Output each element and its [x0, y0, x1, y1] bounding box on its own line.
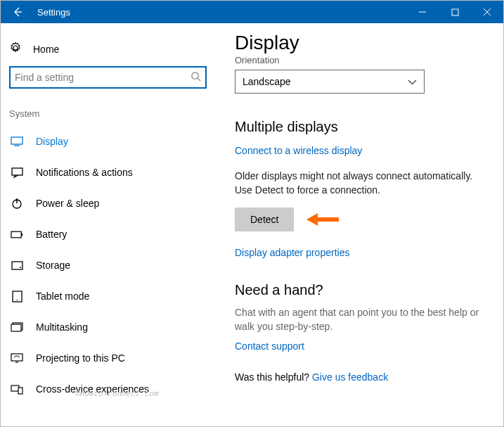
svg-rect-12: [11, 324, 21, 331]
minimize-icon: [418, 8, 427, 16]
orientation-value: Landscape: [243, 76, 291, 87]
detect-description: Older displays might not always connect …: [235, 169, 484, 198]
sidebar-item-label: Tablet mode: [36, 291, 89, 302]
group-label-system: System: [6, 108, 209, 126]
sidebar-item-label: Power & sleep: [36, 198, 99, 209]
gear-icon: [9, 42, 22, 56]
sidebar-item-tablet[interactable]: Tablet mode: [6, 281, 209, 312]
sidebar: Home System Display Notifications & acti…: [1, 23, 215, 426]
adapter-properties-link[interactable]: Display adapter properties: [235, 247, 484, 258]
projecting-icon: [11, 353, 23, 364]
assist-text: Chat with an agent that can point you to…: [235, 305, 484, 334]
sidebar-item-label: Display: [36, 136, 68, 147]
svg-point-8: [20, 267, 21, 268]
multiple-displays-heading: Multiple displays: [235, 119, 484, 135]
battery-icon: [11, 231, 23, 238]
svg-rect-6: [21, 233, 22, 236]
svg-rect-7: [12, 262, 22, 269]
sidebar-item-power[interactable]: Power & sleep: [6, 188, 209, 219]
feedback-prompt: Was this helpful?: [235, 371, 312, 383]
main-content: Display Orientation Landscape Multiple d…: [215, 23, 503, 426]
feedback-link[interactable]: Give us feedback: [312, 371, 388, 383]
svg-rect-15: [18, 388, 22, 394]
sidebar-item-label: Projecting to this PC: [36, 352, 125, 364]
sidebar-item-display[interactable]: Display: [6, 126, 209, 157]
sidebar-item-storage[interactable]: Storage: [6, 250, 209, 281]
sidebar-item-projecting[interactable]: Projecting to this PC: [6, 343, 209, 374]
arrow-left-icon: [12, 6, 23, 18]
detect-button[interactable]: Detect: [235, 208, 294, 231]
orientation-combobox[interactable]: Landscape: [235, 70, 425, 94]
minimize-button[interactable]: [406, 1, 439, 23]
back-button[interactable]: [1, 1, 34, 23]
sidebar-item-crossdevice[interactable]: Cross-device experiences: [6, 374, 209, 404]
window-title: Settings: [34, 7, 70, 18]
home-label: Home: [33, 44, 59, 55]
annotation-arrow-icon: [306, 212, 339, 227]
close-icon: [483, 8, 491, 16]
tablet-icon: [11, 291, 23, 302]
storage-icon: [11, 261, 23, 270]
maximize-icon: [451, 8, 459, 16]
sidebar-item-notifications[interactable]: Notifications & actions: [6, 157, 209, 188]
search-icon: [190, 71, 201, 84]
contact-support-link[interactable]: Contact support: [235, 340, 484, 352]
crossdevice-icon: [11, 384, 23, 395]
svg-rect-2: [11, 137, 22, 144]
power-icon: [11, 198, 23, 209]
svg-rect-5: [11, 231, 21, 238]
chevron-down-icon: [408, 76, 417, 87]
home-button[interactable]: Home: [6, 37, 209, 66]
display-icon: [11, 136, 23, 146]
svg-rect-3: [12, 168, 22, 175]
sidebar-item-label: Battery: [36, 229, 67, 240]
sidebar-item-battery[interactable]: Battery: [6, 219, 209, 250]
titlebar: Settings: [1, 1, 503, 23]
search-input[interactable]: [9, 66, 207, 89]
svg-point-1: [192, 72, 198, 79]
maximize-button[interactable]: [439, 1, 471, 23]
sidebar-item-label: Multitasking: [36, 321, 88, 333]
wireless-display-link[interactable]: Connect to a wireless display: [235, 145, 484, 156]
notifications-icon: [11, 167, 23, 178]
svg-point-10: [16, 299, 18, 300]
svg-rect-14: [11, 385, 19, 391]
svg-rect-0: [452, 9, 458, 15]
sidebar-item-label: Notifications & actions: [36, 167, 133, 178]
close-button[interactable]: [471, 1, 503, 23]
svg-rect-13: [11, 354, 22, 361]
page-title: Display: [235, 32, 484, 54]
sidebar-item-multitasking[interactable]: Multitasking: [6, 312, 209, 343]
orientation-label: Orientation: [235, 55, 484, 65]
multitasking-icon: [11, 322, 23, 332]
assist-heading: Need a hand?: [235, 282, 484, 298]
sidebar-item-label: Cross-device experiences: [36, 383, 149, 395]
sidebar-item-label: Storage: [36, 260, 70, 271]
